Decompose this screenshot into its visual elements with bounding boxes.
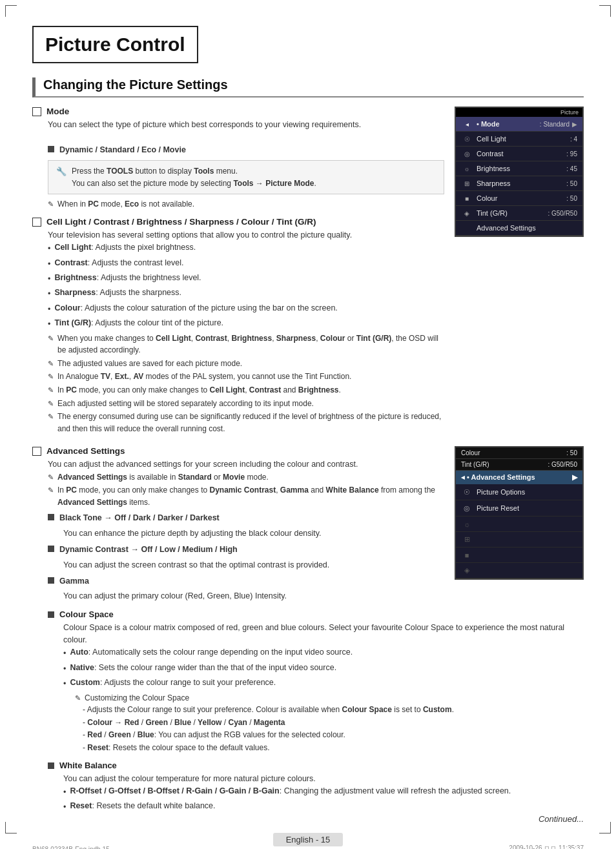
tv-menu-mode-row: ◂ • Mode : Standard ▶ (456, 117, 582, 132)
black-tone-header: Black Tone → Off / Dark / Darker / Darke… (48, 512, 444, 524)
black-tone-desc: You can enhance the picture depth by adj… (63, 527, 444, 540)
sub-bullet-2: - Colour → Red / Green / Blue / Yellow /… (83, 717, 584, 729)
tv-menu-colour-row: ■ Colour : 50 (456, 191, 582, 206)
black-tone-title: Black Tone → Off / Dark / Darker / Darke… (59, 512, 220, 524)
mode-sub-title: Dynamic / Standard / Eco / Movie (59, 144, 186, 156)
tv-menu-mode-label: • Mode (477, 120, 540, 128)
tv-menu2-reset-row: ◎ Picture Reset (456, 500, 582, 517)
tv-menu-cell-label: Cell Light (477, 135, 570, 143)
tv-menu-advanced-row: Advanced Settings (456, 221, 582, 236)
bullet-auto-dot: • (63, 648, 66, 660)
tv-menu2-empty-4: ◈ (456, 563, 582, 578)
tv-menu2-reset-label: Picture Reset (477, 504, 519, 512)
cell-light-desc: Your television has several setting opti… (48, 229, 444, 241)
note-adv-icon-1: ✎ (48, 472, 54, 483)
tv-menu-cell-value: : 4 (570, 136, 577, 143)
tv-menu2-icon-e1: ☼ (461, 518, 473, 530)
advanced-desc: You can adjust the advanced settings for… (48, 458, 444, 471)
tools-note-box: 🔧 Press the TOOLS button to display Tool… (48, 160, 444, 194)
mode-header: Mode (32, 107, 444, 116)
note-pc-mode: ✎ In PC mode, you can only make changes … (48, 384, 444, 396)
bullet-cell-light: • Cell Light: Adjusts the pixel brightne… (48, 241, 444, 255)
bullet-sharpness: • Sharpness: Adjusts the sharpness. (48, 287, 444, 300)
colour-space-header: Colour Space (48, 609, 584, 619)
tv-menu-cell-icon: ☉ (461, 133, 473, 145)
tv-menu-screenshot-2: Colour : 50 Tint (G/R) : G50/R50 ◂ • Adv… (455, 446, 584, 580)
tv-menu-contrast-value: : 95 (566, 150, 577, 158)
mode-left: Mode You can select the type of picture … (32, 107, 444, 441)
tv-menu-tint-value: : G50/R50 (548, 210, 577, 217)
note-energy-text: The energy consumed during use can be si… (57, 411, 444, 435)
continued-label: Continued... (539, 814, 584, 824)
colour-space-block: Colour Space Colour Space is a colour ma… (48, 609, 584, 754)
tv-menu-colour-value: : 50 (566, 195, 577, 202)
bullet-custom-dot: • (63, 678, 66, 690)
note-icon-6: ✎ (48, 398, 54, 409)
tv-menu-sharpness-row: ⊞ Sharpness : 50 (456, 176, 582, 191)
tv-menu-cell-row: ☉ Cell Light : 4 (456, 132, 582, 147)
bullet-tint: • Tint (G/R): Adjusts the colour tint of… (48, 317, 444, 331)
advanced-title: Advanced Settings (46, 446, 125, 456)
note-input-text: Each adjusted setting will be stored sep… (57, 398, 314, 410)
dynamic-contrast-title: Dynamic Contrast → Off / Low / Medium / … (59, 544, 238, 556)
tv-menu-advanced-label: Advanced Settings (477, 224, 577, 232)
bullet-reset-wb-dot: • (63, 801, 66, 813)
bullet-tint-text: Tint (G/R): Adjusts the colour tint of t… (54, 317, 223, 331)
page-title: Picture Control (32, 26, 198, 63)
tv-menu2-empty-2: ⊞ (456, 532, 582, 547)
tv-menu2-options-row: ☉ Picture Options (456, 484, 582, 500)
page: Picture Control Changing the Picture Set… (0, 0, 616, 849)
tv-menu-brightness-row: ☼ Brightness : 45 (456, 161, 582, 176)
note-input: ✎ Each adjusted setting will be stored s… (48, 398, 444, 410)
customizing-note: ✎ Customizing the Colour Space (75, 692, 584, 704)
bullet-contrast: • Contrast: Adjusts the contrast level. (48, 257, 444, 271)
tools-note-text: Press the TOOLS button to display Tools … (72, 165, 316, 189)
cell-light-title: Cell Light / Contrast / Brightness / Sha… (46, 217, 316, 227)
note-saved-text: The adjusted values are saved for each p… (57, 358, 242, 370)
sub-bullet-3: - Red / Green / Blue: You can adjust the… (83, 729, 584, 741)
note-osd-text: When you make changes to Cell Light, Con… (57, 332, 444, 356)
tv-menu2-tint-label: Tint (G/R) (461, 461, 489, 468)
bullet-dot-5: • (48, 303, 50, 316)
advanced-section: Advanced Settings You can adjust the adv… (32, 446, 584, 609)
advanced-block: Advanced Settings You can adjust the adv… (32, 446, 444, 602)
bullet-dot-1: • (48, 243, 50, 255)
dynamic-contrast-sub: Dynamic Contrast → Off / Low / Medium / … (48, 544, 444, 571)
note-saved: ✎ The adjusted values are saved for each… (48, 358, 444, 370)
pc-note-text: When in PC mode, Eco is not available. (57, 198, 194, 210)
mode-body: You can select the type of picture which… (48, 119, 444, 210)
tv-menu-mode-arrow: ▶ (572, 121, 577, 128)
note-icon-1: ✎ (48, 199, 54, 210)
section-title: Changing the Picture Settings (32, 77, 584, 97)
tv-menu2-header-arrow: ▶ (572, 473, 577, 482)
mode-title: Mode (46, 107, 69, 116)
tv-menu-contrast-row: ◎ Contrast : 95 (456, 147, 582, 161)
tv-menu-sharpness-value: : 50 (566, 180, 577, 187)
tv-menu2-empty-1: ☼ (456, 517, 582, 532)
tv-menu-colour-label: Colour (477, 194, 566, 202)
tv-menu2-options-icon: ☉ (461, 486, 473, 498)
gamma-sub: Gamma You can adjust the primary colour … (48, 575, 444, 603)
note-icon-5: ✎ (48, 385, 54, 396)
tv-menu-brightness-icon: ☼ (461, 163, 473, 174)
bullet-auto: • Auto: Automatically sets the colour ra… (63, 646, 584, 660)
tools-note-line2: You can also set the picture mode by sel… (72, 179, 316, 188)
mode-checkbox (32, 107, 41, 116)
tv-menu-tint-icon: ◈ (461, 207, 473, 219)
note-adv-icon-2: ✎ (48, 485, 54, 496)
tv-menu2-header: ◂ • Advanced Settings ▶ (456, 471, 582, 484)
tv-menu-colour-icon: ■ (461, 192, 473, 204)
cell-light-block: Cell Light / Contrast / Brightness / Sha… (32, 217, 444, 435)
tv-menu-tint-row: ◈ Tint (G/R) : G50/R50 (456, 206, 582, 221)
tv-menu2-tint-bar: Tint (G/R) : G50/R50 (456, 459, 582, 471)
bullet-colour: • Colour: Adjusts the colour saturation … (48, 302, 444, 316)
white-balance-header: White Balance (48, 761, 584, 770)
tv-menu2-colour-label: Colour (461, 449, 480, 456)
tv-menu-tint-label: Tint (G/R) (477, 209, 548, 217)
mode-square (48, 146, 54, 152)
white-balance-title: White Balance (59, 761, 117, 770)
tv-menu-1: Picture ◂ • Mode : Standard ▶ ☉ Cell Lig… (455, 107, 584, 237)
tv-menu-title-bar: Picture (456, 108, 582, 117)
tv-menu2-options-label: Picture Options (477, 488, 525, 496)
note-pc-mode-text: In PC mode, you can only make changes to… (57, 384, 341, 396)
